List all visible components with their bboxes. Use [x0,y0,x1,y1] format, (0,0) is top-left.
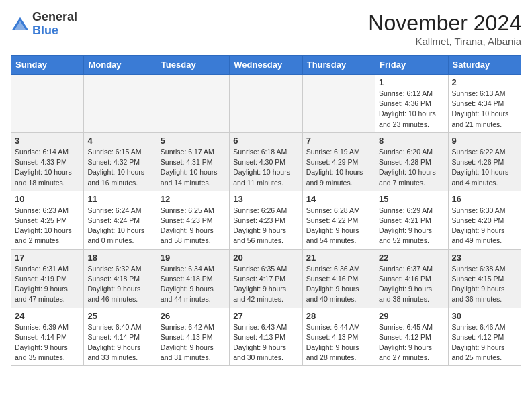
day-info: Sunrise: 6:46 AM Sunset: 4:12 PM Dayligh… [452,322,517,363]
day-number: 28 [306,311,371,321]
day-info: Sunrise: 6:32 AM Sunset: 4:18 PM Dayligh… [87,264,152,305]
day-number: 3 [15,136,80,146]
day-number: 16 [452,194,517,204]
calendar-day-cell [84,75,157,133]
day-number: 12 [161,194,226,204]
day-number: 17 [15,253,80,263]
weekday-header: Wednesday [230,56,302,75]
calendar-day-cell: 9Sunrise: 6:22 AM Sunset: 4:26 PM Daylig… [448,132,521,191]
day-number: 9 [452,136,517,146]
day-info: Sunrise: 6:36 AM Sunset: 4:16 PM Dayligh… [306,264,371,305]
day-number: 5 [161,136,226,146]
day-number: 14 [306,194,371,204]
calendar-day-cell: 29Sunrise: 6:45 AM Sunset: 4:12 PM Dayli… [375,308,448,366]
day-number: 7 [306,136,371,146]
day-info: Sunrise: 6:29 AM Sunset: 4:21 PM Dayligh… [379,205,444,246]
day-info: Sunrise: 6:23 AM Sunset: 4:25 PM Dayligh… [15,205,80,246]
calendar-day-cell: 18Sunrise: 6:32 AM Sunset: 4:18 PM Dayli… [84,249,157,308]
day-number: 11 [87,194,152,204]
day-info: Sunrise: 6:37 AM Sunset: 4:16 PM Dayligh… [379,264,444,305]
weekday-header: Friday [375,56,448,75]
day-number: 27 [233,311,298,321]
day-info: Sunrise: 6:25 AM Sunset: 4:23 PM Dayligh… [161,205,226,246]
day-number: 21 [306,253,371,263]
title-block: November 2024 Kallmet, Tirana, Albania [368,11,521,47]
calendar-day-cell [157,75,229,133]
calendar-day-cell: 7Sunrise: 6:19 AM Sunset: 4:29 PM Daylig… [302,132,375,191]
day-info: Sunrise: 6:30 AM Sunset: 4:20 PM Dayligh… [452,205,517,246]
day-number: 22 [379,253,444,263]
day-info: Sunrise: 6:26 AM Sunset: 4:23 PM Dayligh… [233,205,298,246]
day-number: 2 [452,77,517,87]
logo: General Blue [11,11,77,38]
day-number: 13 [233,194,298,204]
day-number: 23 [452,253,517,263]
day-number: 10 [15,194,80,204]
day-number: 25 [87,311,152,321]
calendar-day-cell [230,75,302,133]
calendar-day-cell: 22Sunrise: 6:37 AM Sunset: 4:16 PM Dayli… [375,249,448,308]
calendar-day-cell: 13Sunrise: 6:26 AM Sunset: 4:23 PM Dayli… [230,191,302,249]
calendar-day-cell: 25Sunrise: 6:40 AM Sunset: 4:14 PM Dayli… [84,308,157,366]
month-title: November 2024 [368,11,521,36]
calendar-day-cell [11,75,84,133]
day-info: Sunrise: 6:42 AM Sunset: 4:13 PM Dayligh… [161,322,226,363]
weekday-header: Saturday [448,56,521,75]
day-info: Sunrise: 6:12 AM Sunset: 4:36 PM Dayligh… [379,89,444,130]
day-info: Sunrise: 6:34 AM Sunset: 4:18 PM Dayligh… [161,264,226,305]
day-info: Sunrise: 6:38 AM Sunset: 4:15 PM Dayligh… [452,264,517,305]
weekday-header: Thursday [302,56,375,75]
day-number: 24 [15,311,80,321]
weekday-header: Tuesday [157,56,229,75]
day-info: Sunrise: 6:18 AM Sunset: 4:30 PM Dayligh… [233,147,298,188]
calendar-day-cell: 4Sunrise: 6:15 AM Sunset: 4:32 PM Daylig… [84,132,157,191]
calendar-week-row: 10Sunrise: 6:23 AM Sunset: 4:25 PM Dayli… [11,191,521,249]
day-number: 6 [233,136,298,146]
day-info: Sunrise: 6:17 AM Sunset: 4:31 PM Dayligh… [161,147,226,188]
logo-text: General Blue [32,11,77,38]
page-header: General Blue November 2024 Kallmet, Tira… [11,11,521,47]
day-info: Sunrise: 6:24 AM Sunset: 4:24 PM Dayligh… [87,205,152,246]
day-number: 29 [379,311,444,321]
calendar-week-row: 17Sunrise: 6:31 AM Sunset: 4:19 PM Dayli… [11,249,521,308]
calendar-day-cell: 1Sunrise: 6:12 AM Sunset: 4:36 PM Daylig… [375,75,448,133]
logo-icon [11,15,30,34]
calendar-day-cell: 23Sunrise: 6:38 AM Sunset: 4:15 PM Dayli… [448,249,521,308]
calendar-table: SundayMondayTuesdayWednesdayThursdayFrid… [11,55,521,366]
calendar-week-row: 24Sunrise: 6:39 AM Sunset: 4:14 PM Dayli… [11,308,521,366]
calendar-day-cell: 8Sunrise: 6:20 AM Sunset: 4:28 PM Daylig… [375,132,448,191]
day-info: Sunrise: 6:45 AM Sunset: 4:12 PM Dayligh… [379,322,444,363]
calendar-day-cell: 27Sunrise: 6:43 AM Sunset: 4:13 PM Dayli… [230,308,302,366]
day-info: Sunrise: 6:43 AM Sunset: 4:13 PM Dayligh… [233,322,298,363]
calendar-day-cell: 2Sunrise: 6:13 AM Sunset: 4:34 PM Daylig… [448,75,521,133]
weekday-header: Monday [84,56,157,75]
day-number: 18 [87,253,152,263]
day-info: Sunrise: 6:15 AM Sunset: 4:32 PM Dayligh… [87,147,152,188]
day-number: 4 [87,136,152,146]
calendar-day-cell: 21Sunrise: 6:36 AM Sunset: 4:16 PM Dayli… [302,249,375,308]
calendar-day-cell: 5Sunrise: 6:17 AM Sunset: 4:31 PM Daylig… [157,132,229,191]
calendar-day-cell: 24Sunrise: 6:39 AM Sunset: 4:14 PM Dayli… [11,308,84,366]
day-number: 26 [161,311,226,321]
weekday-header: Sunday [11,56,84,75]
calendar-day-cell: 6Sunrise: 6:18 AM Sunset: 4:30 PM Daylig… [230,132,302,191]
logo-general-text: General [32,11,77,24]
day-info: Sunrise: 6:40 AM Sunset: 4:14 PM Dayligh… [87,322,152,363]
day-number: 8 [379,136,444,146]
day-info: Sunrise: 6:20 AM Sunset: 4:28 PM Dayligh… [379,147,444,188]
calendar-day-cell: 10Sunrise: 6:23 AM Sunset: 4:25 PM Dayli… [11,191,84,249]
day-info: Sunrise: 6:28 AM Sunset: 4:22 PM Dayligh… [306,205,371,246]
location: Kallmet, Tirana, Albania [368,36,521,47]
calendar-day-cell: 26Sunrise: 6:42 AM Sunset: 4:13 PM Dayli… [157,308,229,366]
calendar-day-cell: 30Sunrise: 6:46 AM Sunset: 4:12 PM Dayli… [448,308,521,366]
calendar-day-cell [302,75,375,133]
calendar-week-row: 3Sunrise: 6:14 AM Sunset: 4:33 PM Daylig… [11,132,521,191]
calendar-day-cell: 17Sunrise: 6:31 AM Sunset: 4:19 PM Dayli… [11,249,84,308]
day-number: 20 [233,253,298,263]
calendar-day-cell: 19Sunrise: 6:34 AM Sunset: 4:18 PM Dayli… [157,249,229,308]
day-info: Sunrise: 6:13 AM Sunset: 4:34 PM Dayligh… [452,89,517,130]
day-info: Sunrise: 6:39 AM Sunset: 4:14 PM Dayligh… [15,322,80,363]
calendar-day-cell: 15Sunrise: 6:29 AM Sunset: 4:21 PM Dayli… [375,191,448,249]
calendar-day-cell: 20Sunrise: 6:35 AM Sunset: 4:17 PM Dayli… [230,249,302,308]
day-info: Sunrise: 6:19 AM Sunset: 4:29 PM Dayligh… [306,147,371,188]
